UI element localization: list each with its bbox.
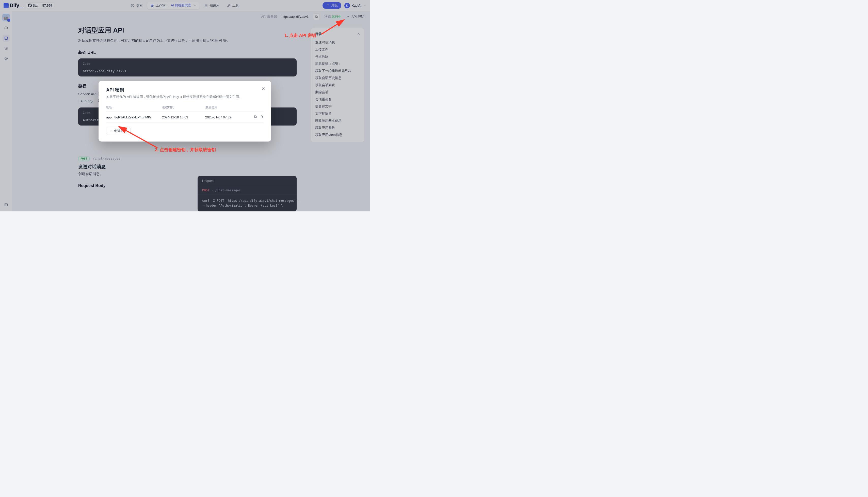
modal-desc: 如果不想你的 API 被滥用，请保护好你的 API Key :) 最佳实践是避免… bbox=[106, 95, 264, 99]
trash-icon bbox=[260, 115, 264, 119]
copy-key-button[interactable] bbox=[253, 115, 257, 119]
key-created: 2024-12-18 10:03 bbox=[162, 115, 205, 119]
key-row: app...8qP1ALLZyakkjP4unMKi 2024-12-18 10… bbox=[106, 112, 264, 123]
svg-rect-13 bbox=[255, 116, 256, 118]
key-table: 密钥 创建时间 最后使用 app...8qP1ALLZyakkjP4unMKi … bbox=[106, 103, 264, 123]
close-icon bbox=[261, 86, 266, 91]
copy-icon bbox=[253, 115, 257, 119]
col-created: 创建时间 bbox=[162, 105, 205, 110]
col-lastused: 最后使用 bbox=[205, 105, 248, 110]
modal-title: API 密钥 bbox=[106, 87, 264, 93]
plus-icon: ＋ bbox=[109, 129, 113, 133]
api-key-modal: API 密钥 如果不想你的 API 被滥用，请保护好你的 API Key :) … bbox=[99, 81, 271, 142]
create-key-button[interactable]: ＋ 创建密钥 bbox=[106, 127, 131, 135]
key-value: app...8qP1ALLZyakkjP4unMKi bbox=[106, 115, 162, 119]
col-key: 密钥 bbox=[106, 105, 162, 110]
modal-close-button[interactable] bbox=[261, 86, 266, 92]
svg-rect-14 bbox=[254, 116, 256, 117]
key-lastused: 2025-01-07 07:32 bbox=[205, 115, 248, 119]
delete-key-button[interactable] bbox=[260, 115, 264, 119]
